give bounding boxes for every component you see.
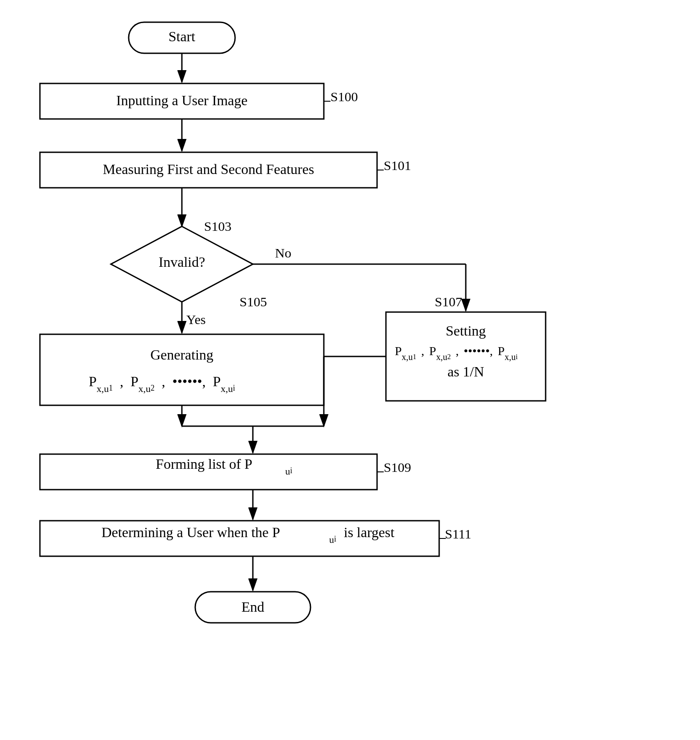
s100-step: S100 (330, 89, 358, 104)
s101-step: S101 (384, 158, 411, 173)
s109-line1: Forming list of P (156, 456, 252, 472)
s109-pui: ui (285, 466, 292, 477)
end-label: End (241, 599, 264, 615)
s107-as-1n: as 1/N (448, 364, 484, 380)
s111-line2: is largest (344, 524, 394, 540)
s107-step: S107 (435, 294, 462, 309)
s100-label: Inputting a User Image (116, 92, 248, 108)
s101-label: Measuring First and Second Features (103, 161, 314, 177)
s107-setting-label: Setting (446, 323, 486, 339)
s111-step: S111 (445, 526, 471, 541)
yes-label: Yes (186, 312, 206, 327)
s103-step: S103 (204, 219, 232, 233)
start-label: Start (169, 28, 196, 44)
s109-step: S109 (384, 460, 411, 475)
no-label: No (275, 245, 291, 260)
s111-line1: Determining a User when the P (102, 524, 280, 540)
flowchart-diagram: Start Inputting a User Image S100 Measur… (0, 0, 700, 740)
s105-step-label: S105 (240, 294, 267, 309)
s105-generating-label: Generating (150, 347, 213, 363)
svg-rect-12 (40, 334, 324, 405)
s103-label: Invalid? (159, 254, 205, 270)
s111-pui: ui (329, 534, 336, 545)
